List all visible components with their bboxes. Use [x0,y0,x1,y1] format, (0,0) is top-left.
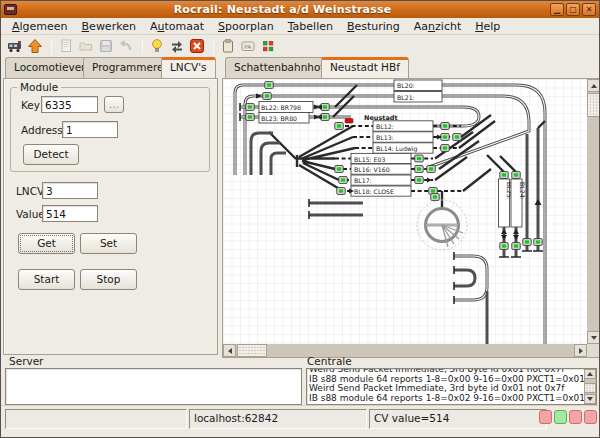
tab-label: Locomotieven [14,61,88,73]
svg-text:BL24:: BL24: [519,182,526,200]
signal-red[interactable] [345,119,353,124]
menu-tabellen[interactable]: Tabellen [281,19,340,34]
sync-icon[interactable] [168,37,186,55]
tab-label: LNCV's [170,61,207,73]
lncv-input[interactable] [42,182,98,199]
menu-aanzicht[interactable]: Aanzicht [407,19,468,34]
accessory-tag-icon[interactable]: PA [239,37,257,55]
address-input[interactable] [62,121,118,138]
app-icon [4,4,17,15]
bottom-panels: Server Centrale Weird Send Packet Immedi… [1,354,600,405]
minimize-icon[interactable]: ▁ [550,3,564,16]
block-bl13[interactable]: BL13: [373,132,433,142]
plan-vertical-scrollbar[interactable] [587,79,600,344]
close-icon[interactable]: ✕ [582,3,596,16]
block-bl23[interactable]: BL23: BR80 [259,113,309,124]
block-bl20[interactable]: BL20: [394,80,442,91]
menu-spoorplan[interactable]: Spoorplan [211,19,281,34]
scroll-up-icon[interactable] [584,369,596,379]
block-bl21[interactable]: BL21: [394,92,442,103]
vertical-scroll-thumb[interactable] [587,93,600,117]
switchboard-icon[interactable] [259,37,277,55]
status-lamps [537,410,597,424]
server-log[interactable] [5,368,302,405]
svg-text:BL12:: BL12: [376,123,394,130]
start-button[interactable]: Start [18,269,75,290]
tab-neustadt-hbf[interactable]: Neustadt HBf [321,57,409,78]
open-icon[interactable] [77,37,95,55]
browse-button[interactable]: ... [104,96,124,113]
svg-text:BL21:: BL21: [397,94,415,101]
address-label: Address [21,124,63,136]
svg-text:BL16: V160: BL16: V160 [354,166,390,173]
track-plan-canvas[interactable]: BL20: BL21: BL22: BR798 BL23: BR80 Neust… [223,79,587,344]
key-input[interactable] [41,96,98,113]
go-up-icon[interactable] [26,37,44,55]
track-plan-frame: BL20: BL21: BL22: BR798 BL23: BR80 Neust… [222,78,600,358]
status-cell-cv: CV value=514 [369,409,547,429]
block-bl15[interactable]: BL15: E03 [351,153,411,163]
centrale-log-content: Weird Send Packet Immediate, 3rd byte id… [309,368,594,403]
undo-icon[interactable] [117,37,135,55]
copy-icon[interactable] [57,37,75,55]
toolbar: PA [1,35,599,57]
scroll-down-icon[interactable] [587,331,600,344]
menu-help[interactable]: Help [468,19,507,34]
centrale-scroll-thumb[interactable] [584,383,596,393]
status-lamp-4 [584,410,597,424]
toolbar-separator [213,39,214,54]
block-bl14[interactable]: BL14: Ludwig [373,143,433,153]
main-area: Locomotieven Programmeren LNCV's Module … [1,57,600,357]
menu-bar: Algemeen Bewerken Automaat Spoorplan Tab… [1,18,599,35]
status-lamp-1 [539,410,552,424]
tab-schattenbahnhof[interactable]: Schattenbahnhof [225,57,333,78]
value-label: Value [16,208,45,220]
svg-text:BL15: E03: BL15: E03 [354,156,385,163]
toolbar-separator [51,39,52,54]
status-cell-empty [5,409,187,429]
title-bar[interactable]: Rocrail: Neustadt a/d Weinstrasse ▁ ▢ ✕ [1,1,599,18]
tab-label: Schattenbahnhof [234,61,324,73]
block-bl17[interactable]: BL17: [351,175,411,185]
stop-button[interactable]: Stop [80,269,137,290]
detect-button[interactable]: Detect [23,144,79,165]
save-icon[interactable] [97,37,115,55]
track-plan-svg: BL20: BL21: BL22: BR798 BL23: BR80 Neust… [223,79,587,344]
menu-automaat[interactable]: Automaat [143,19,211,34]
menu-bewerken[interactable]: Bewerken [75,19,143,34]
lncv-pane: Locomotieven Programmeren LNCV's Module … [1,57,220,357]
scroll-up-icon[interactable] [587,79,600,92]
menu-besturing[interactable]: Besturing [340,19,407,34]
menu-algemeen[interactable]: Algemeen [5,19,75,34]
paste-icon[interactable] [219,37,237,55]
tab-label: Neustadt HBf [330,61,400,73]
block-bl22[interactable]: BL22: BR798 [259,102,313,113]
maximize-icon[interactable]: ▢ [566,3,580,16]
centrale-log[interactable]: Weird Send Packet Immediate, 3rd byte id… [306,368,597,405]
module-groupbox: Module Key ... Address Detect [10,87,210,172]
power-lamp-icon[interactable] [148,37,166,55]
centrale-label: Centrale [307,355,352,367]
tab-label: Programmeren [92,61,170,73]
set-button[interactable]: Set [80,233,137,254]
svg-text:BL17:: BL17: [354,177,372,184]
status-lamp-2 [554,410,567,424]
get-button[interactable]: Get [18,233,75,254]
svg-text:BL13:: BL13: [376,134,394,141]
block-bl12[interactable]: BL12: [373,121,433,131]
centrale-scrollbar[interactable] [584,369,596,404]
value-input[interactable] [42,205,98,222]
svg-text:BL14: Ludwig: BL14: Ludwig [376,145,418,153]
emergency-stop-icon[interactable] [188,37,206,55]
lncv-panel-body: Module Key ... Address Detect LNCV Value… [3,78,218,355]
log-line: IB s88 module 64 reports 1-8=0x02 9-16=0… [309,394,594,404]
status-bar: localhost:62842 CV value=514 [1,405,600,438]
scroll-down-icon[interactable] [584,394,596,404]
rocrail-train-icon[interactable] [6,37,24,55]
left-tab-strip: Locomotieven Programmeren LNCV's [3,57,222,78]
plan-pane: Schattenbahnhof Neustadt HBf [220,57,600,358]
block-bl18[interactable]: BL18: CLOSE [351,186,411,196]
lncv-label: LNCV [16,185,44,197]
tab-lncvs[interactable]: LNCV's [161,57,216,78]
block-bl16[interactable]: BL16: V160 [351,164,411,174]
